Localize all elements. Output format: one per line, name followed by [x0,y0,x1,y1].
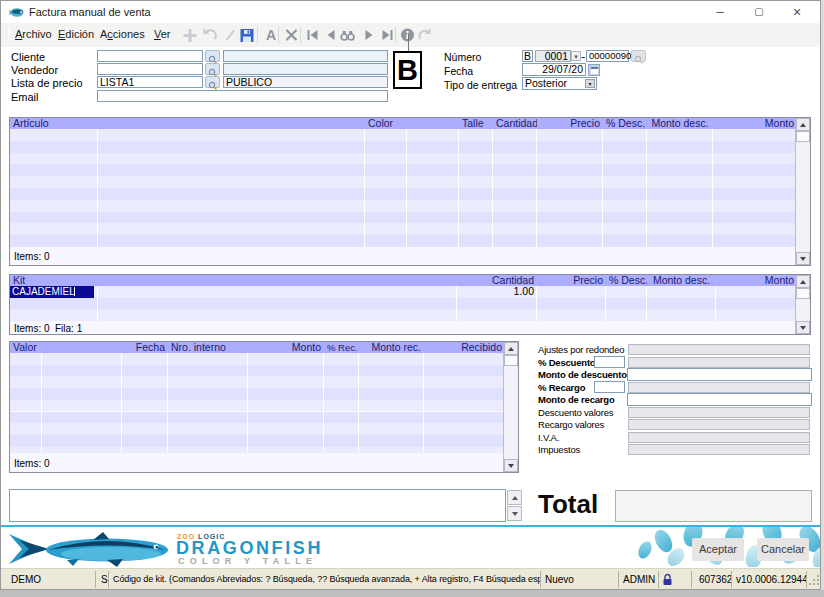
valores-table-row[interactable] [10,388,503,400]
articles-cell [713,176,795,188]
menu-edición[interactable]: Edición [58,28,94,40]
find-icon[interactable] [339,27,356,43]
monto-de-recargo-input[interactable] [627,393,812,406]
valores-scroll-thumb[interactable] [504,355,518,366]
articles-cell [365,212,459,224]
menu-ver[interactable]: Ver [154,28,171,40]
articles-scroll-thumb[interactable] [796,131,810,142]
cancelar-button[interactable]: Cancelar [757,538,809,561]
articles-table-row[interactable] [10,164,795,176]
descuento-input[interactable] [594,356,625,368]
articles-cell [603,200,647,212]
recargo-input[interactable] [594,381,625,393]
nav-last-icon[interactable] [378,27,395,43]
nav-next-icon[interactable] [360,27,377,43]
articles-table-row[interactable] [10,141,795,153]
vendedor-code-input[interactable] [97,63,203,75]
valores-scrollbar[interactable] [503,342,518,472]
articles-table-row[interactable] [10,176,795,188]
cliente-name-field [223,50,388,62]
articles-cell [647,176,713,188]
aceptar-button[interactable]: Aceptar [692,538,744,561]
articles-table-row[interactable] [10,235,795,247]
valores-scroll-down-icon[interactable] [504,459,518,472]
cliente-search-icon[interactable] [205,50,220,62]
valores-table-row[interactable] [10,365,503,377]
kit-table-row[interactable]: 1.00CAJADEMIEL [10,286,795,298]
comment-scroll-up-icon[interactable] [507,490,522,505]
kit-scroll-up-icon[interactable] [796,275,810,288]
kit-scroll-down-icon[interactable] [796,321,810,334]
articles-cell [459,141,493,153]
articles-cell [537,235,603,247]
numero-nro-input[interactable]: 00000090 [586,50,629,62]
nav-prev-icon[interactable] [322,27,339,43]
delete-icon[interactable] [283,27,300,43]
articles-cell [10,176,365,188]
monto-de-descuento-input[interactable] [627,368,812,381]
kit-scrollbar[interactable] [795,275,810,334]
nav-first-icon[interactable] [304,27,321,43]
articles-cell [493,176,537,188]
menu-archivo[interactable]: Archivo [15,28,52,40]
vendedor-name-field [223,63,388,75]
tipo-entrega-dropdown-icon[interactable]: ▾ [585,79,595,88]
font-icon[interactable]: A [262,27,279,43]
kit-selected-cell[interactable]: CAJADEMIEL [10,286,94,298]
articles-scroll-down-icon[interactable] [796,252,810,265]
articles-column-header: Monto desc. [647,118,713,129]
recargo-label: % Recargo [538,382,585,393]
valores-cell [168,400,248,412]
cliente-code-input[interactable] [97,50,203,62]
articles-table-body [10,129,795,247]
fecha-input[interactable]: 29/07/20 [522,63,586,76]
articles-cell [647,212,713,224]
articles-table-row[interactable] [10,153,795,165]
articles-table-row[interactable] [10,129,795,141]
maximize-button[interactable]: ▢ [749,3,769,21]
articles-table-row[interactable] [10,188,795,200]
lista-precio-code-input[interactable]: LISTA1 [97,76,203,88]
forward-icon [416,27,433,43]
vendedor-search-icon[interactable] [205,63,220,75]
valores-table-row[interactable] [10,435,503,447]
kit-scroll-thumb[interactable] [796,288,810,299]
kit-table-row[interactable] [10,298,795,310]
articles-table-row[interactable] [10,212,795,224]
valores-scroll-up-icon[interactable] [504,342,518,355]
valores-table-row[interactable] [10,412,503,424]
numero-serie-input[interactable]: 0001 [535,50,571,62]
valores-cell [122,376,168,388]
status-bar: DEMOSCódigo de kit. (Comandos Abreviados… [1,568,820,589]
articles-scrollbar[interactable] [795,118,810,265]
kit-table-footer: Items: 0Fila: 1 [10,321,795,334]
lista-precio-search-icon[interactable] [205,76,220,88]
articles-cell [713,153,795,165]
numero-serie-dropdown-button[interactable]: ▾ [571,51,581,61]
numero-letter-input[interactable]: B [522,50,533,62]
comment-textarea[interactable] [9,489,506,522]
status-demo: DEMO [3,571,96,588]
save-icon[interactable] [238,27,255,43]
kit-table-row[interactable] [10,309,795,321]
valores-table-row[interactable] [10,400,503,412]
valores-table-row[interactable] [10,423,503,435]
valores-cell [10,400,122,412]
articles-cell [537,129,603,141]
articles-scroll-up-icon[interactable] [796,118,810,131]
articles-cell [603,153,647,165]
minimize-button[interactable]: – [710,3,730,21]
calendar-icon[interactable] [588,64,600,76]
articles-cell [647,223,713,235]
close-button[interactable]: × [787,3,807,21]
articles-table-row[interactable] [10,223,795,235]
valores-table-row[interactable] [10,353,503,365]
menu-acciones[interactable]: Acciones [100,28,145,40]
comment-scroll-down-icon[interactable] [507,506,522,521]
articles-table-row[interactable] [10,200,795,212]
valores-table-row[interactable] [10,376,503,388]
titlebar: Factura manual de venta – ▢ × [1,1,820,23]
status-num: 607362 [692,571,732,588]
email-input[interactable] [97,90,388,102]
valores-cell [424,388,503,400]
